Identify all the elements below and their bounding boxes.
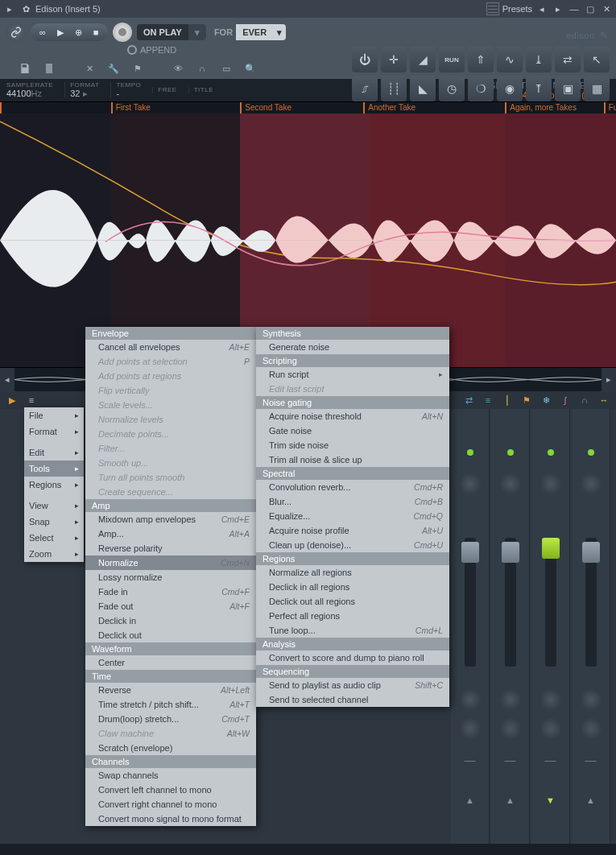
menu-item[interactable]: NormalizeCmd+N xyxy=(85,556,256,570)
strip-env-icon[interactable]: ⎮ xyxy=(502,394,513,406)
swap-button[interactable]: ⇄ xyxy=(555,47,581,72)
strip-play-icon[interactable]: ▶ xyxy=(6,394,18,406)
menu-item[interactable]: Clean up (denoise)...Cmd+U xyxy=(256,538,449,552)
menu-item[interactable]: Center xyxy=(85,655,256,670)
menu-item[interactable]: Send to selected channel xyxy=(256,692,449,707)
menu-item[interactable]: Tune loop...Cmd+L xyxy=(256,623,449,638)
region-bar[interactable]: First TakeSecond TakeAnother TakeAgain, … xyxy=(0,102,616,114)
cursor-button[interactable]: ↖ xyxy=(584,47,610,72)
presets-label[interactable]: Presets xyxy=(502,4,532,14)
flag-icon[interactable]: ⚑ xyxy=(130,61,145,76)
select-icon[interactable]: ▭ xyxy=(219,61,234,76)
strip-eq-icon[interactable]: ≡ xyxy=(482,394,494,406)
play-icon[interactable]: ▶ xyxy=(55,27,66,38)
menu-item[interactable]: Fade inCmd+F xyxy=(85,584,256,599)
menu-snap[interactable]: Snap▸ xyxy=(24,514,84,530)
eye-icon[interactable]: 👁 xyxy=(171,61,185,76)
export-button[interactable]: ⤒ xyxy=(526,76,552,101)
tools-icon[interactable]: ✕ xyxy=(82,61,97,76)
menu-item[interactable]: Declick out all regions xyxy=(256,594,449,609)
menu-item[interactable]: Scratch (envelope) xyxy=(85,741,256,755)
menu-view[interactable]: View▸ xyxy=(24,498,84,514)
menu-format[interactable]: Format▸ xyxy=(24,423,84,440)
menu-item[interactable]: Blur...Cmd+B xyxy=(256,494,449,509)
caret-right-icon[interactable]: ▸ xyxy=(552,2,564,15)
menu-item[interactable]: Amp...Alt+A xyxy=(85,527,256,541)
menu-item[interactable]: Drum(loop) stretch...Cmd+T xyxy=(85,712,256,726)
menu-tools[interactable]: Tools▸ xyxy=(24,461,84,477)
menu-item[interactable]: Cancel all envelopesAlt+E xyxy=(85,340,256,354)
menu-item[interactable]: Generate noise xyxy=(256,340,449,354)
minimize-icon[interactable]: — xyxy=(568,2,581,15)
menu-item[interactable]: Declick in xyxy=(85,613,256,628)
menu-file[interactable]: File▸ xyxy=(24,407,84,423)
target-icon[interactable]: ⊕ xyxy=(72,27,84,38)
link-button[interactable] xyxy=(6,23,26,42)
wave-button[interactable]: ∿ xyxy=(497,47,523,72)
disc-button[interactable]: ◉ xyxy=(497,76,523,101)
format-value[interactable]: 32 xyxy=(70,89,80,98)
import-button[interactable]: ⤓ xyxy=(526,47,552,72)
menu-item[interactable]: Lossy normalize xyxy=(85,570,256,584)
menu-item[interactable]: Mixdown amp envelopesCmd+E xyxy=(85,512,256,527)
fade-button[interactable]: ◣ xyxy=(410,76,436,101)
region-marker[interactable] xyxy=(0,102,111,114)
menu-item[interactable]: Declick in all regions xyxy=(256,580,449,594)
strip-flag-icon[interactable]: ⚑ xyxy=(521,394,532,406)
menu-item[interactable]: Time stretch / pitch shift...Alt+T xyxy=(85,697,256,712)
back-icon[interactable]: ▸ xyxy=(3,2,16,15)
record-length[interactable]: FOR EVER ▾ xyxy=(211,24,286,40)
menu-item[interactable]: Convert right channel to mono xyxy=(85,797,256,812)
zoom-icon[interactable]: 🔍 xyxy=(243,61,258,76)
ever-label[interactable]: EVER xyxy=(236,24,273,40)
strip-icon[interactable]: ≡ xyxy=(26,394,37,406)
scroll-left-icon[interactable]: ◂ xyxy=(0,368,14,391)
tools-menu-right[interactable]: SynthesisGenerate noiseScriptingRun scri… xyxy=(256,327,449,707)
strip-curve-icon[interactable]: ∫ xyxy=(560,394,571,406)
menu-item[interactable]: Send to playlist as audio clipShift+C xyxy=(256,678,449,692)
loop-icon[interactable]: ∞ xyxy=(37,27,48,38)
magnet-icon[interactable]: ∩ xyxy=(195,61,209,76)
power-button[interactable]: ⏻ xyxy=(352,47,378,72)
menu-item[interactable]: Acquire noise thresholdAlt+N xyxy=(256,409,449,423)
menu-item[interactable]: Gate noise xyxy=(256,423,449,438)
menu-item[interactable]: Equalize...Cmd+Q xyxy=(256,509,449,523)
save-icon[interactable] xyxy=(18,61,32,76)
close-icon[interactable]: ✕ xyxy=(600,2,613,15)
mixer-strip[interactable]: —▲ xyxy=(572,409,610,844)
analyze-button[interactable]: ⎎ xyxy=(352,76,378,101)
menu-item[interactable]: Normalize all regions xyxy=(256,565,449,580)
rocket-button[interactable]: ⇑ xyxy=(468,47,494,72)
menu-item[interactable]: Convolution reverb...Cmd+R xyxy=(256,480,449,494)
samplerate-value[interactable]: 44100 xyxy=(6,89,31,98)
paste-icon[interactable] xyxy=(42,61,56,76)
clock-button[interactable]: ◷ xyxy=(439,76,465,101)
tempo-value[interactable]: - xyxy=(116,89,141,98)
menu-item[interactable]: Convert left channel to mono xyxy=(85,783,256,797)
append-radio-icon[interactable] xyxy=(127,45,137,55)
mixer-strip[interactable]: —▲ xyxy=(451,409,490,844)
menu-item[interactable]: Fade outAlt+F xyxy=(85,599,256,613)
run-button[interactable]: RUN xyxy=(439,47,465,72)
ramp-button[interactable]: ◢ xyxy=(410,47,436,72)
region-marker[interactable]: Fuck... xyxy=(604,102,616,114)
maximize-icon[interactable]: ▢ xyxy=(584,2,597,15)
menu-select[interactable]: Select▸ xyxy=(24,530,84,546)
tools-menu-left[interactable]: EnvelopeCancel all envelopesAlt+EAdd poi… xyxy=(85,327,256,826)
onplay-label[interactable]: ON PLAY xyxy=(137,24,188,40)
menu-item[interactable]: Trim all noise & slice up xyxy=(256,452,449,467)
menu-item[interactable]: Swap channels xyxy=(85,768,256,783)
region-marker[interactable]: Again, more Takes xyxy=(505,102,603,114)
menu-edit[interactable]: Edit▸ xyxy=(24,444,84,461)
region-marker[interactable]: First Take xyxy=(111,102,241,114)
strip-lr-icon[interactable]: ↔ xyxy=(598,394,610,406)
caret-left-icon[interactable]: ◂ xyxy=(535,2,548,15)
region-marker[interactable]: Second Take xyxy=(240,102,363,114)
menu-item[interactable]: Acquire noise profileAlt+U xyxy=(256,523,449,538)
mixer-strip[interactable]: —▼ xyxy=(531,409,570,844)
strip-headphones-icon[interactable]: ∩ xyxy=(579,394,590,406)
drop-button[interactable]: ❍ xyxy=(468,76,494,101)
menu-item[interactable]: ReverseAlt+Left xyxy=(85,683,256,697)
record-mode[interactable]: ON PLAY ▾ xyxy=(137,24,206,40)
menu-item[interactable]: Convert mono signal to mono format xyxy=(85,812,256,826)
